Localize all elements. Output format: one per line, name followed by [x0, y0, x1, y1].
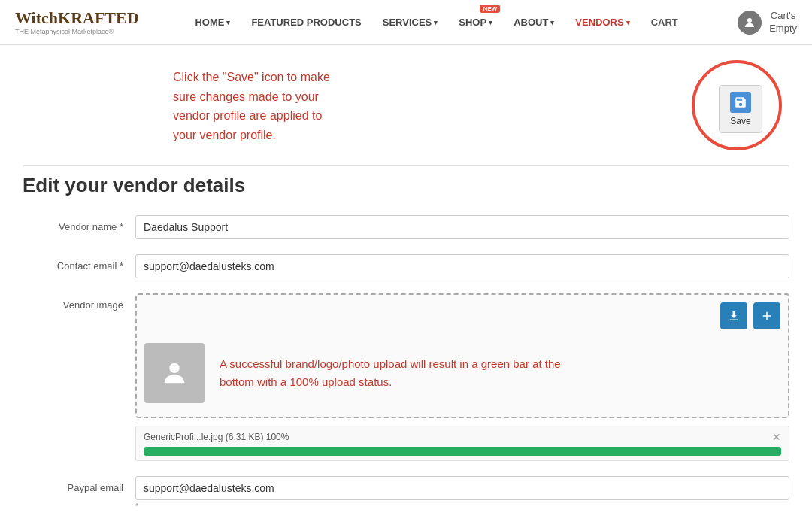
logo-sub: THE Metaphysical Marketplace®	[15, 28, 135, 35]
vendor-name-field	[135, 215, 789, 239]
nav-right: Cart's Empty	[738, 10, 797, 35]
navigation: WitchKRAFTED THE Metaphysical Marketplac…	[0, 0, 812, 45]
main-content: Click the "Save" icon to make sure chang…	[0, 45, 812, 525]
new-badge: NEW	[480, 5, 500, 13]
chevron-icon: ▾	[550, 19, 554, 26]
save-label: Save	[730, 116, 750, 126]
tooltip-message: Click the "Save" icon to make sure chang…	[23, 60, 346, 144]
chevron-icon: ▾	[434, 19, 438, 26]
upload-zone: A successful brand/logo/photo upload wil…	[135, 293, 789, 418]
nav-shop[interactable]: NEW SHOP ▾	[448, 0, 503, 45]
upload-buttons	[144, 302, 780, 329]
progress-bar-fill	[144, 447, 781, 456]
paypal-email-label: Paypal email	[23, 476, 135, 493]
nav-vendors[interactable]: VENDORS ▾	[565, 0, 640, 45]
contact-email-input[interactable]	[135, 254, 789, 278]
upload-hint: A successful brand/logo/photo upload wil…	[220, 355, 595, 391]
chevron-icon: ▾	[226, 19, 230, 26]
vendor-image-field: A successful brand/logo/photo upload wil…	[135, 293, 789, 461]
cart-status-line1: Cart's	[769, 10, 797, 23]
vendor-form: Vendor name * Contact email * Vendor ima…	[23, 215, 789, 525]
logo[interactable]: WitchKRAFTED THE Metaphysical Marketplac…	[15, 10, 135, 35]
tooltip-bar: Click the "Save" icon to make sure chang…	[23, 60, 789, 158]
vendor-name-label: Vendor name *	[23, 215, 135, 232]
save-floppy-icon	[730, 92, 751, 113]
cart-status: Cart's Empty	[769, 10, 797, 35]
vendor-image-label: Vendor image	[23, 293, 135, 311]
file-name: GenericProfi...le.jpg (6.31 KB) 100%	[144, 432, 289, 442]
file-upload-header: GenericProfi...le.jpg (6.31 KB) 100% ✕	[144, 431, 781, 443]
contact-email-label: Contact email *	[23, 254, 135, 272]
paypal-email-input[interactable]	[135, 476, 789, 500]
vendor-name-input[interactable]	[135, 215, 789, 239]
nav-services[interactable]: SERVICES ▾	[372, 0, 449, 45]
avatar-placeholder	[144, 343, 205, 403]
contact-email-row: Contact email *	[23, 254, 789, 278]
save-button[interactable]: Save	[719, 85, 762, 133]
paypal-email-field: *	[135, 476, 789, 511]
chevron-icon: ▾	[489, 19, 492, 26]
upload-add-button[interactable]	[753, 302, 780, 329]
vendor-name-row: Vendor name *	[23, 215, 789, 239]
upload-download-button[interactable]	[720, 302, 747, 329]
nav-home[interactable]: HOME ▾	[184, 0, 241, 45]
nav-links: HOME ▾ FEATURED PRODUCTS SERVICES ▾ NEW …	[135, 0, 738, 45]
chevron-icon: ▾	[626, 19, 630, 26]
paypal-email-row: Paypal email *	[23, 476, 789, 511]
file-close-button[interactable]: ✕	[772, 431, 781, 443]
logo-text: WitchKRAFTED	[15, 10, 135, 26]
page-title: Edit your vendor details	[23, 165, 789, 197]
contact-email-field	[135, 254, 789, 278]
file-upload-status: GenericProfi...le.jpg (6.31 KB) 100% ✕	[135, 426, 789, 461]
nav-about[interactable]: ABOUT ▾	[503, 0, 565, 45]
nav-featured-products[interactable]: FEATURED PRODUCTS	[241, 0, 371, 45]
progress-bar-bg	[144, 447, 781, 456]
svg-point-0	[747, 18, 752, 23]
nav-cart[interactable]: CART	[641, 0, 689, 45]
upload-preview-area: A successful brand/logo/photo upload wil…	[144, 337, 780, 409]
vendor-image-row: Vendor image	[23, 293, 789, 461]
cart-status-line2: Empty	[769, 23, 797, 35]
user-avatar-icon[interactable]	[738, 11, 762, 35]
save-circle-area: Save	[692, 60, 789, 158]
svg-point-1	[169, 363, 179, 373]
